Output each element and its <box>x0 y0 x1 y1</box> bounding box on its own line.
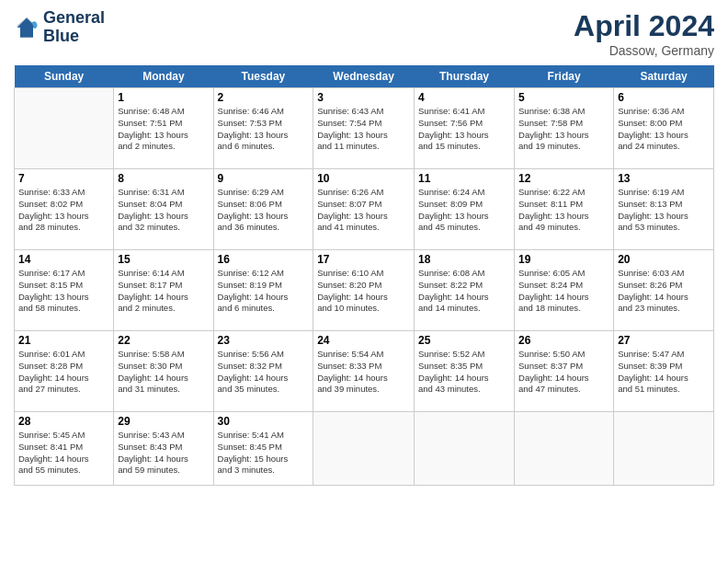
day-info: Sunrise: 6:26 AM Sunset: 8:07 PM Dayligh… <box>317 187 410 234</box>
day-info: Sunrise: 6:31 AM Sunset: 8:04 PM Dayligh… <box>118 187 209 234</box>
calendar-cell: 13Sunrise: 6:19 AM Sunset: 8:13 PM Dayli… <box>614 169 714 250</box>
calendar-week-1: 1Sunrise: 6:48 AM Sunset: 7:51 PM Daylig… <box>15 88 714 169</box>
calendar-cell: 6Sunrise: 6:36 AM Sunset: 8:00 PM Daylig… <box>614 88 714 169</box>
calendar-cell: 27Sunrise: 5:47 AM Sunset: 8:39 PM Dayli… <box>614 331 714 412</box>
day-info: Sunrise: 6:19 AM Sunset: 8:13 PM Dayligh… <box>618 187 710 234</box>
day-info: Sunrise: 6:22 AM Sunset: 8:11 PM Dayligh… <box>518 187 609 234</box>
calendar-cell: 4Sunrise: 6:41 AM Sunset: 7:56 PM Daylig… <box>415 88 515 169</box>
day-number: 6 <box>618 91 710 104</box>
calendar-week-5: 28Sunrise: 5:45 AM Sunset: 8:41 PM Dayli… <box>15 412 714 486</box>
day-info: Sunrise: 5:52 AM Sunset: 8:35 PM Dayligh… <box>418 349 510 396</box>
calendar-cell: 20Sunrise: 6:03 AM Sunset: 8:26 PM Dayli… <box>614 250 714 331</box>
calendar-cell: 25Sunrise: 5:52 AM Sunset: 8:35 PM Dayli… <box>415 331 515 412</box>
day-header-sunday: Sunday <box>15 65 114 88</box>
calendar-cell: 2Sunrise: 6:46 AM Sunset: 7:53 PM Daylig… <box>213 88 313 169</box>
day-info: Sunrise: 6:24 AM Sunset: 8:09 PM Dayligh… <box>418 187 510 234</box>
day-number: 26 <box>518 334 609 347</box>
day-number: 8 <box>118 172 209 185</box>
day-number: 11 <box>418 172 510 185</box>
day-info: Sunrise: 6:29 AM Sunset: 8:06 PM Dayligh… <box>218 187 310 234</box>
calendar-cell <box>415 412 515 486</box>
logo-line2: Blue <box>43 28 105 46</box>
day-info: Sunrise: 5:41 AM Sunset: 8:45 PM Dayligh… <box>218 430 310 477</box>
day-number: 25 <box>418 334 510 347</box>
calendar-cell: 26Sunrise: 5:50 AM Sunset: 8:37 PM Dayli… <box>515 331 614 412</box>
day-header-monday: Monday <box>114 65 213 88</box>
day-info: Sunrise: 5:45 AM Sunset: 8:41 PM Dayligh… <box>18 430 109 477</box>
calendar-cell: 24Sunrise: 5:54 AM Sunset: 8:33 PM Dayli… <box>313 331 415 412</box>
day-info: Sunrise: 6:38 AM Sunset: 7:58 PM Dayligh… <box>518 106 609 153</box>
day-info: Sunrise: 6:33 AM Sunset: 8:02 PM Dayligh… <box>18 187 109 234</box>
day-number: 1 <box>118 91 209 104</box>
calendar-cell: 17Sunrise: 6:10 AM Sunset: 8:20 PM Dayli… <box>313 250 415 331</box>
calendar-cell: 29Sunrise: 5:43 AM Sunset: 8:43 PM Dayli… <box>114 412 213 486</box>
calendar-title: April 2024 <box>574 9 714 43</box>
day-number: 28 <box>18 415 109 428</box>
calendar-subtitle: Dassow, Germany <box>574 43 714 58</box>
day-number: 7 <box>18 172 109 185</box>
calendar-week-3: 14Sunrise: 6:17 AM Sunset: 8:15 PM Dayli… <box>15 250 714 331</box>
calendar-cell <box>614 412 714 486</box>
calendar-cell: 3Sunrise: 6:43 AM Sunset: 7:54 PM Daylig… <box>313 88 415 169</box>
calendar-cell: 11Sunrise: 6:24 AM Sunset: 8:09 PM Dayli… <box>415 169 515 250</box>
day-info: Sunrise: 6:08 AM Sunset: 8:22 PM Dayligh… <box>418 268 510 315</box>
day-info: Sunrise: 6:01 AM Sunset: 8:28 PM Dayligh… <box>18 349 109 396</box>
calendar-cell: 23Sunrise: 5:56 AM Sunset: 8:32 PM Dayli… <box>213 331 313 412</box>
day-info: Sunrise: 6:12 AM Sunset: 8:19 PM Dayligh… <box>218 268 310 315</box>
day-info: Sunrise: 6:17 AM Sunset: 8:15 PM Dayligh… <box>18 268 109 315</box>
calendar-cell: 12Sunrise: 6:22 AM Sunset: 8:11 PM Dayli… <box>515 169 614 250</box>
day-number: 19 <box>518 253 609 266</box>
day-info: Sunrise: 6:05 AM Sunset: 8:24 PM Dayligh… <box>518 268 609 315</box>
calendar-cell: 1Sunrise: 6:48 AM Sunset: 7:51 PM Daylig… <box>114 88 213 169</box>
calendar-cell: 8Sunrise: 6:31 AM Sunset: 8:04 PM Daylig… <box>114 169 213 250</box>
calendar-cell: 28Sunrise: 5:45 AM Sunset: 8:41 PM Dayli… <box>15 412 114 486</box>
calendar-cell: 19Sunrise: 6:05 AM Sunset: 8:24 PM Dayli… <box>515 250 614 331</box>
day-info: Sunrise: 6:03 AM Sunset: 8:26 PM Dayligh… <box>618 268 710 315</box>
calendar-cell: 14Sunrise: 6:17 AM Sunset: 8:15 PM Dayli… <box>15 250 114 331</box>
day-header-saturday: Saturday <box>614 65 714 88</box>
day-info: Sunrise: 6:10 AM Sunset: 8:20 PM Dayligh… <box>317 268 410 315</box>
day-number: 9 <box>218 172 310 185</box>
calendar-cell: 16Sunrise: 6:12 AM Sunset: 8:19 PM Dayli… <box>213 250 313 331</box>
calendar-cell: 21Sunrise: 6:01 AM Sunset: 8:28 PM Dayli… <box>15 331 114 412</box>
day-info: Sunrise: 5:47 AM Sunset: 8:39 PM Dayligh… <box>618 349 710 396</box>
calendar-cell: 22Sunrise: 5:58 AM Sunset: 8:30 PM Dayli… <box>114 331 213 412</box>
day-info: Sunrise: 6:41 AM Sunset: 7:56 PM Dayligh… <box>418 106 510 153</box>
day-number: 10 <box>317 172 410 185</box>
calendar-cell: 9Sunrise: 6:29 AM Sunset: 8:06 PM Daylig… <box>213 169 313 250</box>
day-number: 24 <box>317 334 410 347</box>
day-header-friday: Friday <box>515 65 614 88</box>
logo: General Blue <box>14 9 105 46</box>
day-number: 20 <box>618 253 710 266</box>
day-number: 22 <box>118 334 209 347</box>
calendar-cell: 18Sunrise: 6:08 AM Sunset: 8:22 PM Dayli… <box>415 250 515 331</box>
day-number: 14 <box>18 253 109 266</box>
calendar-cell <box>515 412 614 486</box>
day-number: 2 <box>218 91 310 104</box>
day-info: Sunrise: 5:50 AM Sunset: 8:37 PM Dayligh… <box>518 349 609 396</box>
day-number: 30 <box>218 415 310 428</box>
day-number: 15 <box>118 253 209 266</box>
day-header-wednesday: Wednesday <box>313 65 415 88</box>
day-number: 17 <box>317 253 410 266</box>
title-area: April 2024 Dassow, Germany <box>574 9 714 58</box>
day-info: Sunrise: 6:46 AM Sunset: 7:53 PM Dayligh… <box>218 106 310 153</box>
day-info: Sunrise: 6:43 AM Sunset: 7:54 PM Dayligh… <box>317 106 410 153</box>
day-number: 27 <box>618 334 710 347</box>
calendar-week-4: 21Sunrise: 6:01 AM Sunset: 8:28 PM Dayli… <box>15 331 714 412</box>
day-info: Sunrise: 6:14 AM Sunset: 8:17 PM Dayligh… <box>118 268 209 315</box>
calendar-cell: 7Sunrise: 6:33 AM Sunset: 8:02 PM Daylig… <box>15 169 114 250</box>
day-info: Sunrise: 5:43 AM Sunset: 8:43 PM Dayligh… <box>118 430 209 477</box>
day-header-thursday: Thursday <box>415 65 515 88</box>
day-number: 13 <box>618 172 710 185</box>
day-number: 16 <box>218 253 310 266</box>
page-container: General Blue April 2024 Dassow, Germany … <box>0 0 728 495</box>
day-info: Sunrise: 6:48 AM Sunset: 7:51 PM Dayligh… <box>118 106 209 153</box>
day-info: Sunrise: 5:58 AM Sunset: 8:30 PM Dayligh… <box>118 349 209 396</box>
day-number: 5 <box>518 91 609 104</box>
day-number: 23 <box>218 334 310 347</box>
day-number: 4 <box>418 91 510 104</box>
day-number: 3 <box>317 91 410 104</box>
day-info: Sunrise: 5:56 AM Sunset: 8:32 PM Dayligh… <box>218 349 310 396</box>
calendar-cell: 30Sunrise: 5:41 AM Sunset: 8:45 PM Dayli… <box>213 412 313 486</box>
